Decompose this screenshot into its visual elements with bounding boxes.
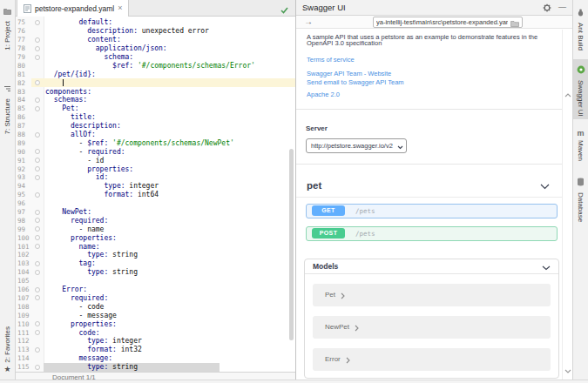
code-line[interactable]: 90 - required: [16, 147, 295, 156]
models-header[interactable]: Models [305, 259, 558, 274]
code-line[interactable]: 107 required: [16, 294, 295, 303]
gear-icon[interactable] [543, 0, 551, 16]
terms-of-service-link[interactable]: Terms of service [307, 56, 551, 64]
code-line[interactable]: 85 Pet: [16, 104, 295, 113]
fold-marker[interactable] [31, 244, 44, 249]
run-arrow-icon[interactable]: → [304, 16, 313, 28]
code-line[interactable]: 95 format: int64 [16, 191, 295, 199]
fold-marker[interactable] [31, 80, 44, 85]
close-icon[interactable]: × [118, 4, 122, 12]
code-line[interactable]: 76 description: unexpected error [16, 27, 295, 36]
code-line[interactable]: 81 /pet/{id}: [16, 70, 295, 78]
code-line[interactable]: 77 content: [16, 36, 295, 44]
code-line[interactable]: 94 type: integer [16, 182, 295, 191]
team-email-link[interactable]: Send email to Swagger API Team [307, 78, 551, 86]
fold-marker[interactable] [31, 295, 44, 300]
code-line[interactable]: 114 message: [16, 354, 295, 363]
server-select[interactable]: http://petstore.swagger.io/v2 [306, 138, 407, 153]
code-line[interactable]: 113 format: int32 [16, 346, 295, 354]
fold-marker[interactable] [31, 175, 44, 180]
fold-marker[interactable] [31, 166, 44, 171]
code-line[interactable]: 102 type: string [16, 251, 295, 259]
fold-marker[interactable] [31, 37, 44, 43]
fold-marker[interactable] [31, 97, 44, 103]
code-line[interactable]: 87 description: [16, 122, 295, 131]
code-line[interactable]: 82 [16, 78, 295, 87]
fold-marker[interactable] [31, 270, 44, 275]
code-line[interactable]: 86 title: [16, 113, 295, 122]
code-line[interactable]: 105 [16, 277, 295, 286]
code-line[interactable]: 80 $ref: '#/components/schemas/Error' [16, 61, 295, 70]
code-line[interactable]: 93 id: [16, 173, 295, 182]
fold-marker[interactable] [31, 321, 44, 326]
sidebar-item-database[interactable]: Database [573, 171, 588, 225]
code-line[interactable]: 89 - $ref: '#/components/schemas/NewPet' [16, 138, 295, 147]
sidebar-item-maven[interactable]: m Maven [573, 127, 588, 164]
fold-marker[interactable] [31, 347, 44, 353]
chevron-down-icon[interactable] [542, 259, 551, 274]
fold-marker[interactable] [31, 149, 44, 154]
fold-marker[interactable] [31, 46, 44, 51]
minimize-icon[interactable]: — [558, 3, 566, 11]
fold-marker[interactable] [31, 192, 44, 198]
scroll-down-icon[interactable] [564, 361, 571, 377]
scroll-up-icon[interactable] [564, 85, 571, 101]
operation-post-pets[interactable]: POST /pets [306, 226, 558, 241]
fold-marker[interactable] [31, 330, 44, 335]
code-line[interactable]: 99 - name [16, 225, 295, 233]
fold-marker[interactable] [31, 365, 44, 370]
license-link[interactable]: Apache 2.0 [307, 91, 551, 98]
code-line[interactable]: 100 properties: [16, 233, 295, 242]
code-line[interactable]: 75 default: [16, 18, 295, 27]
spec-path-field[interactable]: ya-intellij-test\main\src\petstore-expan… [373, 17, 523, 28]
code-line[interactable]: 108 - code [16, 302, 295, 311]
code-line[interactable]: 96 [16, 199, 295, 208]
model-newpet[interactable]: NewPet [313, 316, 551, 339]
code-line[interactable]: 106 Error: [16, 286, 295, 294]
editor-tab[interactable]: petstore-expanded.yaml × [17, 0, 128, 17]
code-line[interactable]: 110 properties: [16, 319, 295, 328]
inspection-ok-icon[interactable] [280, 2, 288, 17]
code-line[interactable]: 111 code: [16, 328, 295, 337]
code-line[interactable]: 88 allOf: [16, 131, 295, 139]
swagger-scrollbar[interactable] [562, 30, 572, 383]
team-website-link[interactable]: Swagger API Team - Website [307, 70, 551, 77]
code-line[interactable]: 101 name: [16, 242, 295, 251]
fold-marker[interactable] [31, 106, 44, 111]
sidebar-item-ant-build[interactable]: Ant Build [573, 2, 588, 53]
code-line[interactable]: 78 application/json: [16, 44, 295, 53]
editor-scrollbar[interactable] [289, 149, 294, 340]
code-line[interactable]: 84 schemas: [16, 96, 295, 104]
fold-marker[interactable] [31, 235, 44, 240]
model-pet[interactable]: Pet [313, 284, 551, 306]
sidebar-item-favorites[interactable]: 2: Favorites ★ [0, 324, 15, 376]
chevron-down-icon[interactable] [540, 178, 550, 193]
fold-marker[interactable] [31, 55, 44, 60]
tag-section-pet[interactable]: pet [307, 178, 550, 193]
code-line[interactable]: 112 type: integer [16, 337, 295, 346]
model-error[interactable]: Error [313, 348, 551, 371]
fold-marker[interactable] [31, 158, 44, 163]
code-line[interactable]: 83components: [16, 87, 295, 96]
code-line[interactable]: 91 - id [16, 156, 295, 165]
fold-marker[interactable] [31, 226, 44, 232]
code-line[interactable]: 92 properties: [16, 165, 295, 173]
code-editor[interactable]: 75 default:76 description: unexpected er… [16, 17, 295, 372]
operation-get-pets[interactable]: GET /pets [306, 204, 558, 218]
fold-marker[interactable] [31, 287, 44, 292]
code-line[interactable]: 104 type: string [16, 268, 295, 277]
code-line[interactable]: 79 schema: [16, 53, 295, 62]
fold-marker[interactable] [31, 132, 44, 138]
folder-icon[interactable] [510, 15, 519, 30]
sidebar-item-structure[interactable]: 7: Structure [0, 77, 15, 137]
fold-marker[interactable] [31, 20, 44, 25]
fold-marker[interactable] [31, 210, 44, 215]
fold-marker[interactable] [31, 218, 44, 223]
sidebar-item-swagger-ui[interactable]: Swagger UI [573, 59, 588, 119]
code-line[interactable]: 98 required: [16, 216, 295, 225]
code-line[interactable]: 115 type: string [16, 363, 295, 372]
code-line[interactable]: 109 - message [16, 311, 295, 319]
fold-marker[interactable] [31, 261, 44, 266]
sidebar-item-project[interactable]: 1: Project [0, 0, 15, 53]
code-line[interactable]: 103 tag: [16, 259, 295, 268]
